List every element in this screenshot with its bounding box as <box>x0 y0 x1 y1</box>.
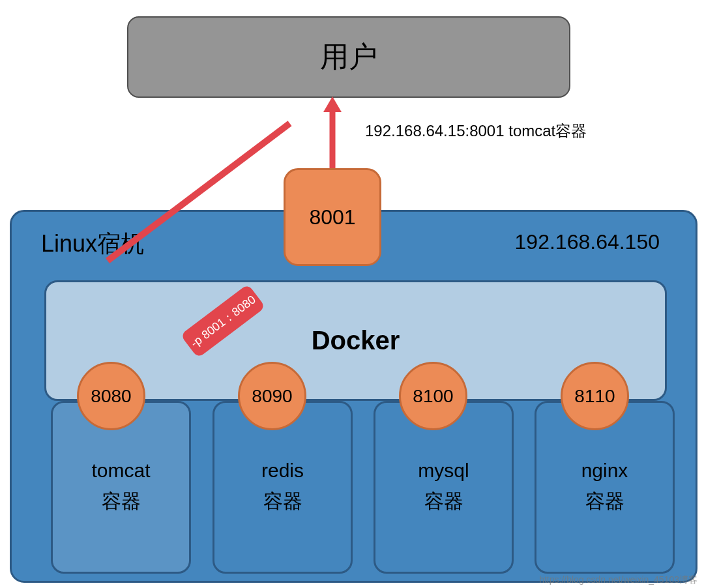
container-sub: 容器 <box>585 488 624 515</box>
container-name: nginx <box>581 460 628 482</box>
port-circle-8100: 8100 <box>399 362 467 430</box>
container-sub: 容器 <box>102 488 141 515</box>
svg-marker-1 <box>323 96 342 112</box>
port-circle-8080: 8080 <box>77 362 145 430</box>
port-circle-8090: 8090 <box>238 362 306 430</box>
port-circle-8110: 8110 <box>561 362 629 430</box>
user-box: 用户 <box>127 16 570 98</box>
container-sub: 容器 <box>424 488 463 515</box>
container-name: redis <box>261 460 304 482</box>
arrow-annotation: 192.168.64.15:8001 tomcat容器 <box>365 121 587 141</box>
container-sub: 容器 <box>263 488 302 515</box>
watermark-text: https://blog.csdn.net/weixin_45103博客 <box>539 574 697 586</box>
host-ip-label: 192.168.64.150 <box>515 230 660 254</box>
container-name: tomcat <box>91 460 150 482</box>
port-8001-box: 8001 <box>284 168 381 266</box>
container-name: mysql <box>418 460 469 482</box>
